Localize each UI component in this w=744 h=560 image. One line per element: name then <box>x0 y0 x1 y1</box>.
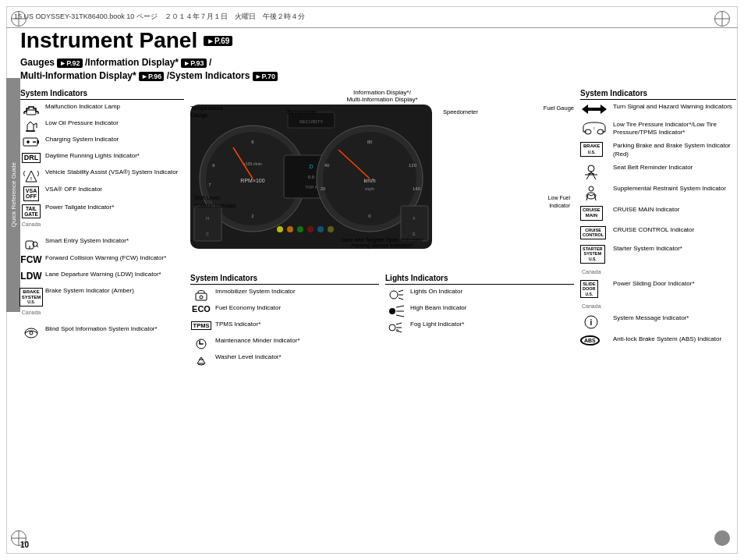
svg-line-72 <box>396 331 402 332</box>
fuel-gauge-label: Fuel Gauge <box>544 105 574 112</box>
tpms-text: TPMS Indicator* <box>215 321 379 328</box>
svg-text:×100 r/min: ×100 r/min <box>243 161 262 166</box>
slide-door-text: Power Sliding Door Indicator* <box>613 280 695 288</box>
brake-amber-text: Brake System Indicator (Amber) <box>45 287 184 295</box>
vsa-indicator-text: Vehicle Stability Assist (VSA®) System I… <box>45 168 184 176</box>
page-title: Instrument Panel <box>20 28 197 53</box>
cluster-diagram: 8 2 6 4 7 3 RPM×100 ×100 r/min D 0.0 <box>190 105 574 252</box>
subtitle-badge1: ►P.92 <box>57 58 82 68</box>
bottom-indicators: System Indicators Imm <box>190 274 574 367</box>
list-item: Canada <box>20 221 184 235</box>
page-subtitle: Gauges ►P.92 /Information Display* ►P.93… <box>20 56 736 83</box>
list-item: i System Message Indicator* <box>580 314 736 330</box>
page-title-area: Instrument Panel ►P.69 <box>20 28 736 53</box>
lights-indicators: Lights Indicators <box>385 274 574 367</box>
columns: System Indicators Malfunction In <box>20 89 736 367</box>
list-item: Turn Signal and Hazard Warning Indicator… <box>580 103 736 115</box>
eco-text: Fuel Economy Indicator <box>215 304 379 312</box>
starter-icon: STARTERSYSTEMU.S. <box>580 245 610 264</box>
info-display-label: Information Display*/Multi-Information D… <box>190 89 574 103</box>
immobilizer-text: Immobilizer System Indicator <box>215 288 379 296</box>
speedometer-label: Speedometer <box>443 108 478 115</box>
tailgate-indicator-text: Power Tailgate Indicator* <box>45 204 184 211</box>
door-tailgate-label: Door and Tailgate Open Indicator/Parking… <box>342 237 423 248</box>
svg-line-64 <box>399 298 403 299</box>
malfunction-indicator-text: Malfunction Indicator Lamp <box>45 103 184 111</box>
corner-tr <box>714 11 733 30</box>
list-item: Canada <box>580 303 736 309</box>
ldw-icon: LDW <box>20 271 42 281</box>
brake-red-icon: BRAKEU.S. <box>580 142 610 156</box>
list-item: Blind Spot Information System Indicator* <box>20 325 184 340</box>
title-badge: ►P.69 <box>204 36 232 46</box>
svg-text:120: 120 <box>409 163 417 168</box>
svg-line-13 <box>37 246 38 247</box>
fog-light-text: Fog Light Indicator* <box>410 321 574 328</box>
svg-text:mph: mph <box>365 186 374 191</box>
list-item: Supplemental Restraint System Indicator <box>580 185 736 200</box>
canada-label-3: Canada <box>580 269 601 275</box>
subtitle-info-display: /Information Display* <box>85 57 181 68</box>
list-item: Charging System Indicator <box>20 136 184 150</box>
immobilizer-icon <box>190 289 212 301</box>
message-text: System Message Indicator* <box>613 314 689 322</box>
temp-gauge-label: TemperatureGauge <box>190 105 223 120</box>
subtitle-badge4: ►P.70 <box>253 72 278 81</box>
low-tire-text: Low Tire Pressure Indicator*/Low Tire Pr… <box>613 121 736 137</box>
svg-point-78 <box>588 165 594 172</box>
svg-text:80: 80 <box>367 140 373 144</box>
list-item: Seat Belt Reminder Indicator <box>580 164 736 179</box>
main-content: Instrument Panel ►P.69 Gauges ►P.92 /Inf… <box>20 28 736 552</box>
svg-text:i: i <box>590 318 593 327</box>
fcw-icon: FCW <box>20 255 42 264</box>
tailgate-icon: TAILGATE <box>20 204 42 218</box>
list-item: DRL Daytime Running Lights Indicator* <box>20 152 184 166</box>
center-column: Information Display*/Multi-Information D… <box>190 89 574 367</box>
left-indicator-list: Malfunction Indicator Lamp Low Oil Press… <box>20 103 184 340</box>
svg-text:km/h: km/h <box>363 178 375 183</box>
vsa-off-icon: VSAOFF <box>20 186 42 201</box>
svg-rect-0 <box>27 110 36 115</box>
list-item: Washer Level Indicator* <box>190 353 379 367</box>
svg-point-65 <box>389 308 395 314</box>
washer-icon <box>190 354 212 367</box>
maintenance-icon <box>190 338 212 350</box>
bsi-icon <box>20 326 42 340</box>
list-item: High Beam Indicator <box>385 304 574 318</box>
lights-on-text: Lights On Indicator <box>410 288 574 296</box>
svg-text:20: 20 <box>321 186 326 191</box>
svg-line-68 <box>396 315 404 317</box>
list-item: FCW Forward Collision Warning (FCW) Indi… <box>20 254 184 268</box>
abs-icon: ABS <box>580 335 610 346</box>
right-section-header: System Indicators <box>580 89 736 100</box>
list-item: SLIDEDOORU.S. Power Sliding Door Indicat… <box>580 280 736 299</box>
eco-icon: ECO <box>190 305 212 314</box>
subtitle-gauges: Gauges <box>20 57 57 68</box>
subtitle-slash: / <box>209 57 211 68</box>
canada-label-2: Canada <box>20 310 42 315</box>
bottom-system-list: Immobilizer System Indicator ECO Fuel Ec… <box>190 288 379 367</box>
svg-text:0.0: 0.0 <box>308 175 315 179</box>
svg-point-69 <box>389 324 395 331</box>
canada-label-4: Canada <box>580 303 601 309</box>
engine-icon <box>20 104 42 116</box>
svg-point-54 <box>307 226 314 232</box>
svg-text:SECURITY: SECURITY <box>299 119 323 124</box>
cruise-control-icon: CRUISECONTROL <box>580 226 610 239</box>
vsa-icon: ! <box>20 169 42 183</box>
svg-point-51 <box>277 226 283 232</box>
sidebar-tab: Quick Reference Guide <box>6 78 20 312</box>
svg-line-62 <box>399 290 403 292</box>
svg-text:D: D <box>309 164 313 169</box>
svg-text:140: 140 <box>413 186 421 191</box>
turn-signal-text: Turn Signal and Hazard Warning Indicator… <box>613 103 732 111</box>
bottom-system-header: System Indicators <box>190 274 379 285</box>
list-item: Low Oil Pressure Indicator <box>20 119 184 133</box>
high-beam-text: High Beam Indicator <box>410 304 574 312</box>
bsi-indicator-text: Blind Spot Information System Indicator* <box>45 325 184 333</box>
maintenance-text: Maintenance Minder Indicator* <box>215 337 379 345</box>
right-indicator-list: Turn Signal and Hazard Warning Indicator… <box>580 103 736 349</box>
subtitle-sys: /System Indicators <box>167 70 253 81</box>
shift-lever-label: Shift LeverPosition Indicator <box>194 194 236 208</box>
vsa-off-indicator-text: VSA® OFF Indicator <box>45 186 184 193</box>
